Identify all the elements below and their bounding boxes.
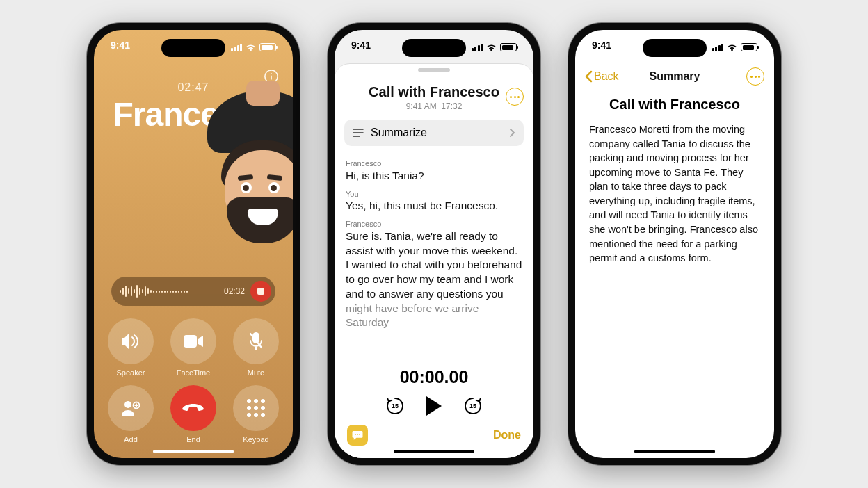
transcript-line: Yes, hi, this must be Francesco. bbox=[346, 199, 522, 213]
chevron-right-icon bbox=[509, 128, 515, 138]
home-indicator[interactable] bbox=[394, 450, 474, 453]
battery-icon bbox=[741, 43, 757, 51]
transcript-subtitle: 9:41 AM 17:32 bbox=[335, 101, 533, 111]
cellular-icon bbox=[712, 44, 724, 51]
mute-icon bbox=[248, 332, 264, 351]
wifi-icon bbox=[727, 44, 737, 51]
speaker-label: You bbox=[346, 189, 522, 200]
keypad-icon bbox=[247, 399, 265, 417]
transcript-title: Call with Francesco bbox=[335, 84, 533, 100]
add-person-icon bbox=[120, 400, 141, 416]
caller-memoji bbox=[124, 138, 263, 277]
status-time: 9:41 bbox=[592, 40, 611, 55]
summary-screen: 9:41 Back Summary Call with Francesco Fr… bbox=[575, 30, 774, 458]
status-time: 9:41 bbox=[111, 40, 130, 55]
skip-back-button[interactable]: 15 bbox=[385, 396, 405, 416]
chat-icon bbox=[351, 429, 364, 441]
wifi-icon bbox=[246, 44, 256, 51]
call-screen: 9:41 02:47 Francesco 0 bbox=[94, 30, 293, 458]
video-icon bbox=[183, 334, 204, 348]
home-indicator[interactable] bbox=[153, 450, 234, 453]
waveform-icon bbox=[120, 284, 218, 298]
battery-icon bbox=[500, 43, 517, 51]
transcript-line: might have before we arrive Saturday bbox=[346, 302, 522, 331]
svg-point-2 bbox=[271, 73, 272, 74]
transcript-body[interactable]: Francesco Hi, is this Tania? You Yes, hi… bbox=[335, 146, 533, 361]
status-indicators bbox=[231, 40, 277, 55]
status-indicators bbox=[712, 40, 758, 55]
add-button[interactable]: Add bbox=[106, 385, 156, 444]
recording-pill: 02:32 bbox=[111, 277, 275, 306]
keypad-button[interactable]: Keypad bbox=[231, 385, 281, 444]
home-indicator[interactable] bbox=[634, 450, 715, 453]
audio-player: 00:00.00 15 15 bbox=[335, 361, 533, 421]
end-label: End bbox=[186, 435, 200, 444]
speaker-label: Speaker bbox=[117, 368, 145, 377]
svg-point-11 bbox=[357, 434, 358, 435]
call-controls: Speaker FaceTime Mute Add End Keypad bbox=[106, 318, 281, 444]
battery-icon bbox=[259, 43, 276, 51]
add-label: Add bbox=[124, 435, 138, 444]
svg-point-6 bbox=[124, 401, 131, 408]
dynamic-island bbox=[161, 39, 225, 57]
phone-frame-summary: 9:41 Back Summary Call with Francesco Fr… bbox=[568, 23, 781, 465]
dynamic-island bbox=[402, 39, 466, 57]
summarize-icon bbox=[353, 128, 364, 138]
end-call-button[interactable]: End bbox=[168, 385, 218, 444]
facetime-button[interactable]: FaceTime bbox=[168, 318, 218, 377]
speaker-button[interactable]: Speaker bbox=[106, 318, 156, 377]
options-button[interactable] bbox=[506, 88, 524, 106]
dynamic-island bbox=[643, 39, 707, 57]
phone-frame-transcript: 9:41 Call with Francesco 9:41 AM 17:32 S… bbox=[328, 23, 540, 465]
svg-point-12 bbox=[359, 434, 360, 435]
wifi-icon bbox=[486, 44, 497, 51]
speaker-label: Francesco bbox=[346, 219, 522, 229]
phone-frame-call: 9:41 02:47 Francesco 0 bbox=[87, 23, 300, 465]
player-time: 00:00.00 bbox=[400, 367, 469, 387]
speaker-icon bbox=[120, 332, 141, 350]
nav-title: Summary bbox=[575, 70, 774, 83]
skip-forward-button[interactable]: 15 bbox=[463, 396, 483, 416]
facetime-label: FaceTime bbox=[177, 368, 211, 377]
summarize-button[interactable]: Summarize bbox=[344, 120, 524, 146]
speaker-label: Francesco bbox=[346, 158, 522, 169]
play-button[interactable] bbox=[426, 396, 442, 416]
mute-label: Mute bbox=[248, 368, 264, 377]
chat-button[interactable] bbox=[347, 425, 368, 446]
cellular-icon bbox=[472, 44, 483, 51]
transcript-line: Sure is. Tania, we're all ready to assis… bbox=[346, 229, 522, 302]
mute-button[interactable]: Mute bbox=[231, 318, 281, 377]
stop-record-button[interactable] bbox=[250, 281, 271, 302]
summary-body: Francesco Moretti from the moving compan… bbox=[575, 113, 774, 266]
recording-time: 02:32 bbox=[224, 286, 245, 296]
transcript-line: Hi, is this Tania? bbox=[346, 169, 522, 184]
summarize-label: Summarize bbox=[371, 127, 427, 139]
transcript-sheet: Call with Francesco 9:41 AM 17:32 Summar… bbox=[335, 63, 533, 458]
keypad-label: Keypad bbox=[243, 435, 268, 444]
options-button[interactable] bbox=[746, 67, 764, 86]
summary-title: Call with Francesco bbox=[575, 97, 774, 113]
nav-bar: Back Summary bbox=[575, 65, 774, 88]
status-indicators bbox=[472, 40, 517, 55]
status-time: 9:41 bbox=[351, 40, 371, 55]
sheet-grabber[interactable] bbox=[418, 68, 450, 72]
end-call-icon bbox=[182, 402, 205, 414]
cellular-icon bbox=[231, 44, 243, 51]
done-button[interactable]: Done bbox=[493, 429, 521, 441]
svg-point-10 bbox=[355, 434, 356, 435]
call-duration: 02:47 bbox=[177, 81, 209, 94]
svg-rect-3 bbox=[184, 335, 197, 348]
transcript-screen: 9:41 Call with Francesco 9:41 AM 17:32 S… bbox=[335, 30, 533, 458]
